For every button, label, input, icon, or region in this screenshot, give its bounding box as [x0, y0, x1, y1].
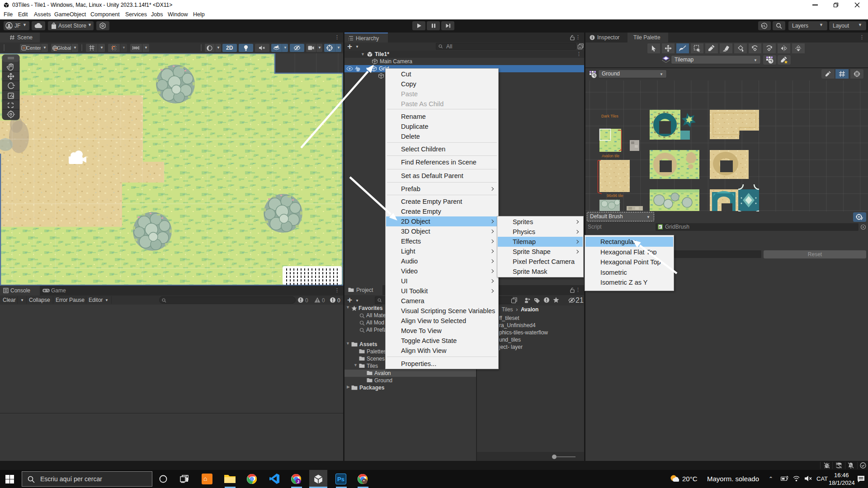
- svg-text:96x96 tile: 96x96 tile: [607, 193, 623, 198]
- svg-text:Avalon tile: Avalon tile: [602, 154, 619, 158]
- svg-text:J: J: [297, 479, 299, 484]
- svg-text:#: #: [659, 225, 661, 229]
- svg-text:Dark Tiles: Dark Tiles: [601, 114, 618, 118]
